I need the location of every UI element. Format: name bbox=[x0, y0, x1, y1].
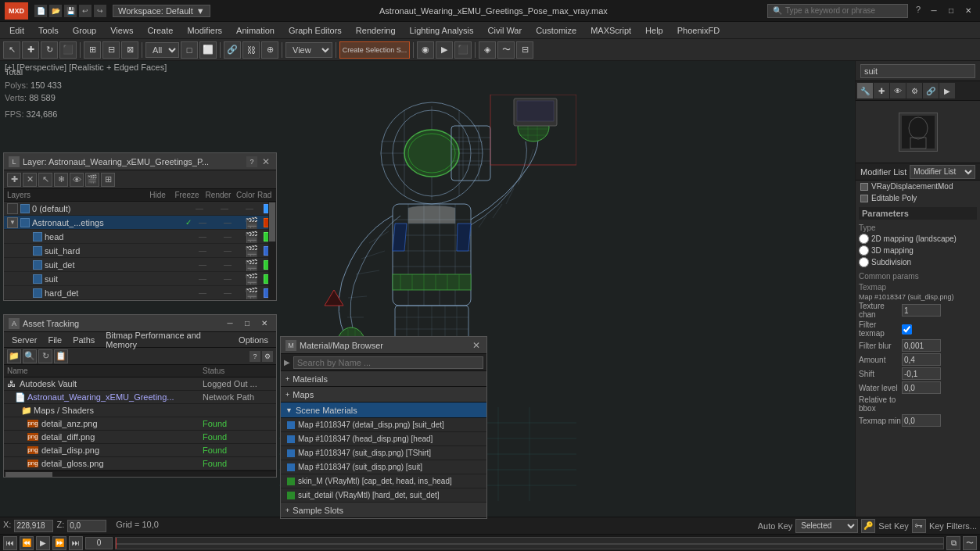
radio-subdivision[interactable]: Subdivision bbox=[859, 257, 977, 267]
schematic-view-btn[interactable]: ⊟ bbox=[516, 41, 533, 59]
mini-curve-editor-btn[interactable]: 〜 bbox=[963, 536, 977, 550]
asset-row-vault[interactable]: 🖧 Autodesk Vault Logged Out ... bbox=[4, 377, 276, 391]
menu-maxscript[interactable]: MAXScript bbox=[584, 24, 637, 37]
asset-row-detail-disp[interactable]: png detail_disp.png Found bbox=[4, 444, 276, 457]
menu-animation[interactable]: Animation bbox=[230, 24, 281, 37]
key-mode-btn[interactable]: 🔑 bbox=[861, 519, 875, 533]
layer-select-btn[interactable]: ↖ bbox=[38, 173, 52, 187]
layer-close-btn[interactable]: ✕ bbox=[260, 156, 271, 167]
select-tool-btn[interactable]: ↖ bbox=[3, 41, 20, 59]
panel-tab-hierarchy[interactable]: 🔗 bbox=[923, 83, 939, 98]
maps-section-btn[interactable]: + Maps bbox=[281, 387, 486, 403]
move-tool-btn[interactable]: ✚ bbox=[22, 41, 39, 59]
texture-chan-input[interactable] bbox=[902, 304, 941, 317]
panel-tab-modify[interactable]: 🔧 bbox=[857, 83, 873, 98]
layer-help-btn[interactable]: ? bbox=[246, 156, 257, 167]
next-frame-btn[interactable]: ⏩ bbox=[52, 536, 66, 550]
curve-editor-btn[interactable]: 〜 bbox=[497, 41, 515, 59]
sample-slots-section-btn[interactable]: + Sample Slots bbox=[281, 503, 486, 518]
layer-hide-btn[interactable]: 👁 bbox=[70, 173, 84, 187]
asset-maximize-btn[interactable]: □ bbox=[240, 317, 254, 331]
asset-row-file[interactable]: 📄 Astronaut_Wearing_xEMU_Greeting... Net… bbox=[4, 391, 276, 404]
material-editor-btn[interactable]: ◈ bbox=[479, 41, 496, 59]
selection-filter-select[interactable]: All bbox=[145, 42, 179, 58]
search-bar[interactable]: 🔍 bbox=[767, 4, 908, 18]
layer-row-suit[interactable]: suit — — 🎬 bbox=[4, 272, 276, 286]
asset-menu-options[interactable]: Options bbox=[234, 335, 273, 345]
layer-new-btn[interactable]: ✚ bbox=[7, 173, 21, 187]
close-button[interactable]: ✕ bbox=[961, 4, 975, 18]
search-input[interactable] bbox=[785, 6, 895, 15]
autokey-select[interactable]: Selected bbox=[795, 519, 858, 533]
asset-btn-2[interactable]: 🔍 bbox=[23, 349, 37, 363]
asset-minimize-btn[interactable]: ─ bbox=[223, 317, 237, 331]
asset-menu-bitmap[interactable]: Bitmap Performance and Memory bbox=[101, 330, 232, 350]
matmap-item-5[interactable]: suit_detail (VRayMtl) [hard_det, suit_de… bbox=[281, 488, 486, 503]
mirror-btn[interactable]: ⊟ bbox=[102, 41, 120, 59]
link-btn[interactable]: 🔗 bbox=[224, 41, 241, 59]
open-icon[interactable]: 📂 bbox=[49, 5, 62, 17]
asset-btn-3[interactable]: ↻ bbox=[38, 349, 52, 363]
modifier-list-select[interactable]: Modifier List bbox=[910, 165, 975, 179]
menu-views[interactable]: Views bbox=[104, 24, 139, 37]
panel-tab-motion[interactable]: ▶ bbox=[939, 83, 955, 98]
x-coord-input[interactable] bbox=[14, 520, 53, 532]
panel-tab-utilities[interactable]: ⚙ bbox=[906, 83, 922, 98]
layer-row-head[interactable]: head — — 🎬 bbox=[4, 230, 276, 244]
menu-rendering[interactable]: Rendering bbox=[350, 24, 402, 37]
asset-row-detail-diff[interactable]: png detail_diff.png Found bbox=[4, 431, 276, 444]
asset-row-maps[interactable]: 📁 Maps / Shaders bbox=[4, 404, 276, 417]
go-to-end-btn[interactable]: ⏭ bbox=[69, 536, 83, 550]
align-btn[interactable]: ⊠ bbox=[121, 41, 138, 59]
view-select[interactable]: View bbox=[285, 42, 332, 58]
modifier-editable-poly[interactable]: Editable Poly bbox=[856, 192, 980, 204]
layer-render-btn[interactable]: 🎬 bbox=[85, 173, 99, 187]
matmap-search-input[interactable] bbox=[293, 356, 483, 369]
layer-row-suit-det[interactable]: suit_det — — 🎬 bbox=[4, 258, 276, 272]
menu-group[interactable]: Group bbox=[66, 24, 103, 37]
rotate-tool-btn[interactable]: ↻ bbox=[41, 41, 58, 59]
layer-row-default[interactable]: 0 (default) — — — bbox=[4, 202, 276, 216]
key-icon-btn[interactable]: 🗝 bbox=[912, 519, 926, 533]
timeline-mode-btn[interactable]: ⧉ bbox=[946, 536, 960, 550]
play-btn[interactable]: ▶ bbox=[36, 536, 50, 550]
new-icon[interactable]: 📄 bbox=[34, 5, 47, 17]
object-name-input[interactable] bbox=[860, 64, 975, 78]
matmap-item-1[interactable]: Map #1018347 (head_disp.png) [head] bbox=[281, 432, 486, 446]
asset-row-detail-gloss[interactable]: png detail_gloss.png Found bbox=[4, 457, 276, 470]
create-selection-btn[interactable]: Create Selection S... bbox=[339, 41, 410, 59]
panel-tab-create[interactable]: ✚ bbox=[874, 83, 889, 98]
layer-delete-btn[interactable]: ✕ bbox=[23, 173, 37, 187]
asset-menu-file[interactable]: File bbox=[43, 335, 66, 345]
redo-icon[interactable]: ↪ bbox=[94, 5, 106, 17]
go-to-start-btn[interactable]: ⏮ bbox=[3, 536, 17, 550]
asset-btn-4[interactable]: 📋 bbox=[54, 349, 68, 363]
bind-spacewarp-btn[interactable]: ⊕ bbox=[261, 41, 278, 59]
asset-row-detail-anz[interactable]: png detail_anz.png Found bbox=[4, 417, 276, 431]
menu-civil-war[interactable]: Civil War bbox=[482, 24, 529, 37]
matmap-close-btn[interactable]: ✕ bbox=[471, 340, 482, 351]
z-coord-input[interactable] bbox=[67, 520, 106, 532]
menu-customize[interactable]: Customize bbox=[529, 24, 583, 37]
filter-blur-input[interactable] bbox=[902, 339, 941, 352]
filter-texmap-checkbox[interactable] bbox=[902, 324, 912, 335]
asset-btn-1[interactable]: 📁 bbox=[7, 349, 21, 363]
current-frame-input[interactable] bbox=[85, 537, 113, 549]
radio-2d-mapping[interactable]: 2D mapping (landscape) bbox=[859, 234, 977, 244]
menu-help[interactable]: Help bbox=[639, 24, 669, 37]
save-icon[interactable]: 💾 bbox=[64, 5, 77, 17]
prev-frame-btn[interactable]: ⏪ bbox=[20, 536, 34, 550]
snap-btn[interactable]: ⊞ bbox=[84, 41, 101, 59]
panel-tab-display[interactable]: 👁 bbox=[890, 83, 906, 98]
render-production-btn[interactable]: ⬛ bbox=[454, 41, 472, 59]
layer-freeze-btn[interactable]: ❄ bbox=[54, 173, 68, 187]
water-level-input[interactable] bbox=[902, 381, 941, 394]
materials-section-btn[interactable]: + Materials bbox=[281, 371, 486, 387]
asset-menu-server[interactable]: Server bbox=[7, 335, 41, 345]
amount-input[interactable] bbox=[902, 353, 941, 366]
key-filters-btn[interactable]: Key Filters... bbox=[929, 521, 977, 531]
menu-graph-editors[interactable]: Graph Editors bbox=[282, 24, 348, 37]
asset-settings-btn[interactable]: ⚙ bbox=[262, 351, 273, 362]
set-key-btn[interactable]: Set Key bbox=[878, 521, 909, 531]
minimize-button[interactable]: ─ bbox=[927, 4, 941, 18]
